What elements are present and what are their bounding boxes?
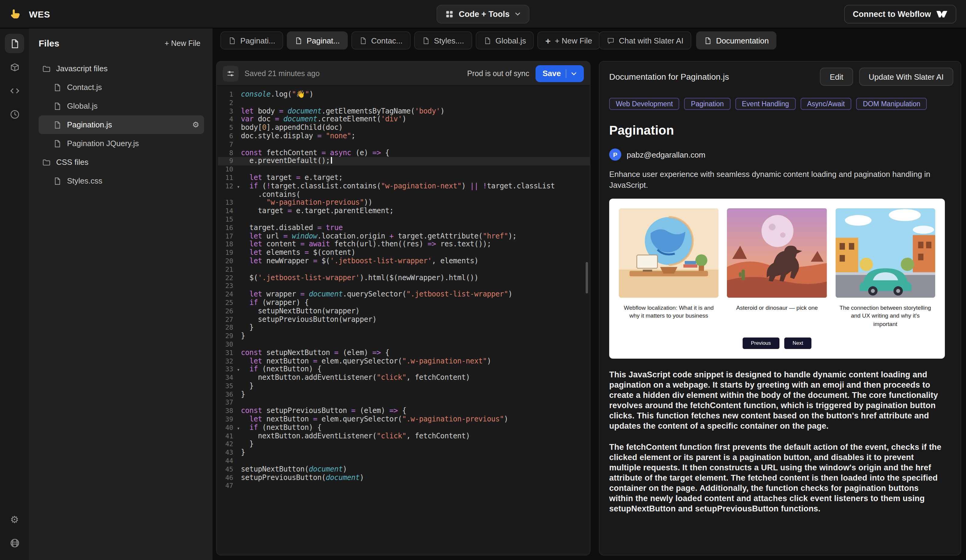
code-line-22[interactable]: 22 $('.jetboost-list-wrapper').html($(ne… [218, 274, 590, 282]
code-line-36[interactable]: 36} [218, 390, 590, 399]
code-line-1[interactable]: 1console.log("👋") [218, 90, 590, 99]
new-file-button[interactable]: + New File [161, 38, 204, 48]
fold-icon[interactable]: ▾ [237, 366, 240, 374]
line-number: 1 [218, 90, 241, 99]
code-line-8[interactable]: 8const fetchContent = async (e) => { [218, 149, 590, 157]
file-settings-gear-icon[interactable]: ⚙ [192, 121, 199, 129]
tag-pagination[interactable]: Pagination [684, 98, 731, 110]
code-line-5[interactable]: 5body[0].appendChild(doc) [218, 124, 590, 132]
code-line-wrap[interactable]: .contains( [218, 190, 590, 199]
code-line-25[interactable]: 25 if (wrapper) { [218, 299, 590, 307]
tab-documentation[interactable]: Documentation [696, 31, 777, 49]
save-button[interactable]: Save [535, 65, 584, 82]
code-line-15[interactable]: 15 [218, 215, 590, 224]
tab-styles[interactable]: Styles.... [414, 31, 472, 49]
history-rail-button[interactable] [5, 105, 24, 124]
line-number: 27 [218, 315, 241, 324]
code-line-30[interactable]: 30 [218, 340, 590, 349]
documentation-content: Web DevelopmentPaginationEvent HandlingA… [600, 90, 961, 555]
globe-icon[interactable] [5, 534, 24, 553]
file-contact-js[interactable]: Contact.js [39, 78, 204, 97]
code-line-6[interactable]: 6doc.style.display = "none"; [218, 132, 590, 141]
card-item-1[interactable]: Webflow localization: What it is and why… [619, 208, 719, 328]
code-line-37[interactable]: 37 [218, 399, 590, 407]
code-line-23[interactable]: 23 [218, 282, 590, 291]
code-line-24[interactable]: 24 let wrapper = document.querySelector(… [218, 291, 590, 299]
code-line-28[interactable]: 28 } [218, 324, 590, 332]
file-styles-css[interactable]: Styles.css [39, 171, 204, 190]
fold-icon[interactable]: ▾ [237, 183, 240, 191]
saved-status: Saved 21 minutes ago [245, 69, 320, 77]
tag-async-await[interactable]: Async/Await [800, 98, 852, 110]
code-line-17[interactable]: 17 let url = window.location.origin + ta… [218, 232, 590, 241]
code-line-3[interactable]: 3let body = document.getElementsByTagNam… [218, 107, 590, 116]
code-line-40[interactable]: 40▾ if (nextButton) { [218, 424, 590, 432]
code-line-44[interactable]: 44 [218, 457, 590, 465]
card-item-2[interactable]: Asteroid or dinosaur — pick one [727, 208, 827, 328]
folder-javascript-files[interactable]: Javascript files [39, 59, 204, 78]
tab-new-file[interactable]: ++ New File [537, 31, 600, 49]
code-line-29[interactable]: 29} [218, 332, 590, 340]
connect-webflow-label: Connect to Webflow [853, 9, 931, 18]
code-line-2[interactable]: 2 [218, 99, 590, 107]
tag-event-handling[interactable]: Event Handling [735, 98, 796, 110]
save-chevron-down-icon[interactable] [571, 72, 577, 75]
tag-dom-manipulation[interactable]: DOM Manipulation [856, 98, 927, 110]
files-rail-button[interactable] [5, 34, 24, 53]
settings-gear-icon[interactable]: ⚙ [5, 510, 24, 529]
code-line-33[interactable]: 33▾ if (nextButton) { [218, 366, 590, 374]
connect-webflow-button[interactable]: Connect to Webflow [844, 5, 956, 23]
code-line-32[interactable]: 32 let nextButton = elem.querySelector("… [218, 357, 590, 366]
line-number: 22 [218, 274, 241, 282]
previous-button[interactable]: Previous [742, 338, 779, 349]
code-line-27[interactable]: 27 setupPreviousButton(wrapper) [218, 315, 590, 324]
code-line-12[interactable]: 12▾ if (!target.classList.contains("w-pa… [218, 182, 590, 191]
code-line-34[interactable]: 34 nextButton.addEventListener("click", … [218, 374, 590, 382]
code-line-16[interactable]: 16 target.disabled = true [218, 224, 590, 232]
code-line-45[interactable]: 45setupNextButton(document) [218, 465, 590, 474]
card-item-3[interactable]: The connection between storytelling and … [835, 208, 935, 328]
code-line-7[interactable]: 7 [218, 141, 590, 149]
tab-contac[interactable]: Contac... [352, 31, 411, 49]
tab-paginati[interactable]: Paginati... [220, 31, 283, 49]
fold-icon[interactable]: ▾ [237, 424, 240, 433]
code-line-35[interactable]: 35 } [218, 382, 590, 391]
code-line-31[interactable]: 31const setupNextButton = (elem) => { [218, 349, 590, 357]
code-line-9[interactable]: 9 e.preventDefault(); [218, 157, 590, 166]
code-line-41[interactable]: 41 nextButton.addEventListener("click", … [218, 432, 590, 440]
code-rail-button[interactable] [5, 81, 24, 100]
code-line-39[interactable]: 39 let nextButton = elem.querySelector("… [218, 415, 590, 424]
folder-css-files[interactable]: CSS files [39, 153, 204, 171]
code-line-42[interactable]: 42 } [218, 440, 590, 449]
file-global-js[interactable]: Global.js [39, 97, 204, 115]
code-line-20[interactable]: 20 let newWrapper = $('.jetboost-list-wr… [218, 257, 590, 266]
code-tools-button[interactable]: Code + Tools [437, 5, 529, 23]
tab-global-js[interactable]: Global.js [475, 31, 534, 49]
code-line-43[interactable]: 43} [218, 449, 590, 457]
code-line-46[interactable]: 46setupPreviousButton(document) [218, 474, 590, 482]
editor-scrollbar-thumb[interactable] [586, 262, 588, 294]
update-with-slater-ai-button[interactable]: Update With Slater AI [859, 67, 953, 86]
edit-button[interactable]: Edit [820, 67, 853, 86]
file-pagination-js[interactable]: Pagination.js⚙ [39, 115, 204, 134]
code-line-11[interactable]: 11 let target = e.target; [218, 174, 590, 182]
documentation-panel: Documentation for Pagination.js Edit Upd… [599, 61, 961, 555]
code-line-21[interactable]: 21 [218, 265, 590, 274]
code-line-13[interactable]: 13 "w-pagination-previous")) [218, 199, 590, 207]
packages-rail-button[interactable] [5, 57, 24, 77]
code-line-26[interactable]: 26 setupNextButton(wrapper) [218, 307, 590, 315]
code-line-19[interactable]: 19 let elements = $(content) [218, 249, 590, 257]
file-pagination-jquery-js[interactable]: Pagination JQuery.js [39, 134, 204, 153]
next-button[interactable]: Next [784, 338, 812, 349]
editor-settings-sliders-icon[interactable] [223, 66, 238, 81]
tag-web-development[interactable]: Web Development [609, 98, 680, 110]
tab-chat-with-slater-ai[interactable]: Chat with Slater AI [599, 31, 691, 49]
code-line-47[interactable]: 47 [218, 482, 590, 491]
code-line-4[interactable]: 4var doc = document.createElement('div') [218, 116, 590, 124]
code-line-18[interactable]: 18 let content = await fetch(url).then((… [218, 241, 590, 249]
code-line-38[interactable]: 38const setupPreviousButton = (elem) => … [218, 407, 590, 416]
code-area[interactable]: 1console.log("👋")23let body = document.g… [217, 86, 590, 555]
code-line-10[interactable]: 10 [218, 166, 590, 174]
code-line-14[interactable]: 14 target = e.target.parentElement; [218, 207, 590, 215]
tab-paginat[interactable]: Paginat... [287, 31, 348, 49]
